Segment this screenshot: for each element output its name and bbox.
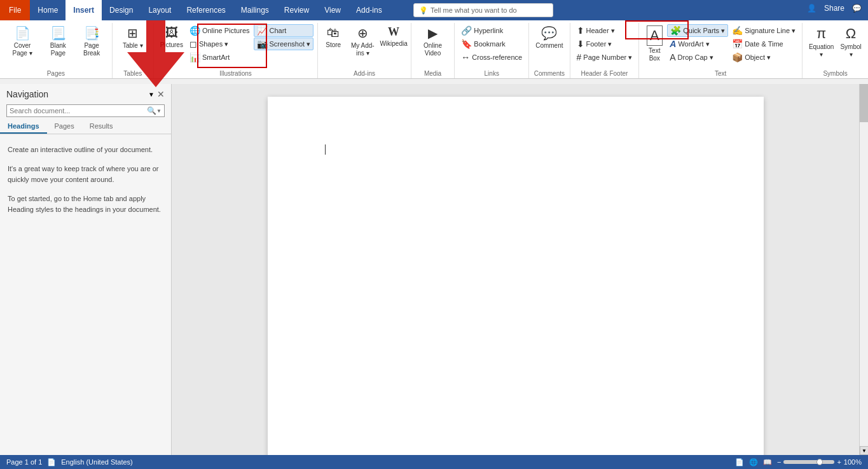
zoom-thumb[interactable] [816,459,823,465]
ribbon-group-symbols: π Equation ▾ Ω Symbol ▾ Symbols [803,23,868,78]
ribbon-group-comments: 💬 Comment Comments [529,23,570,78]
tab-design[interactable]: Design [102,0,141,20]
tab-view[interactable]: View [317,0,348,20]
page-break-button[interactable]: 📑 Page Break [76,24,108,67]
tell-me-bar[interactable]: 💡 Tell me what you want to do [413,3,553,17]
scroll-down-arrow[interactable]: ▼ [860,446,868,455]
wordart-button[interactable]: A WordArt ▾ [667,38,728,50]
quick-parts-button[interactable]: 🧩 Quick Parts ▾ [667,24,728,37]
pictures-icon: 🖼 [165,25,178,40]
header-button[interactable]: ⬆ Header ▾ [574,24,635,37]
tables-items: ⊞ Table ▾ [116,24,149,70]
text-box-button[interactable]: A Text Box [643,24,666,67]
share-label[interactable]: Share [824,4,844,13]
pages-items: 📄 Cover Page ▾ 📃 Blank Page 📑 Page Break [4,24,108,70]
scrollbar-thumb[interactable] [860,84,868,122]
object-button[interactable]: 📦 Object ▾ [729,51,798,64]
tables-label: Tables [116,70,149,78]
symbol-button[interactable]: Ω Symbol ▾ [837,24,864,67]
view-normal-icon[interactable]: 📄 [735,458,744,466]
scrollbar[interactable]: ▲ ▼ [859,84,868,455]
comment-button[interactable]: 💬 Comment [533,24,565,67]
comments-items: 💬 Comment [533,24,565,70]
online-video-button[interactable]: ▶ Online Video [415,24,451,67]
screenshot-button[interactable]: 📷 Screenshot ▾ [254,38,314,50]
tab-addins[interactable]: Add-ins [348,0,390,20]
hyperlink-button[interactable]: 🔗 Hyperlink [458,24,525,37]
wikipedia-button[interactable]: W Wikipedia [380,24,406,67]
signature-line-button[interactable]: ✍ Signature Line ▾ [729,24,798,37]
cover-page-button[interactable]: 📄 Cover Page ▾ [4,24,41,67]
view-web-icon[interactable]: 🌐 [749,458,758,466]
text-box-icon: A [647,25,663,46]
zoom-bar: − + 100% [777,458,862,466]
quick-parts-icon: 🧩 [670,25,681,36]
tab-home[interactable]: Home [30,0,65,20]
tab-file[interactable]: File [0,0,30,20]
chart-button[interactable]: 📈 Chart [254,24,314,37]
tab-layout[interactable]: Layout [141,0,179,20]
drop-cap-button[interactable]: A Drop Cap ▾ [667,51,728,64]
nav-content-p3: To get started, go to the Home tab and a… [8,193,163,216]
nav-tab-results[interactable]: Results [82,120,121,134]
header-footer-col: ⬆ Header ▾ ⬇ Footer ▾ # Page Number ▾ [574,24,635,64]
page-number-button[interactable]: # Page Number ▾ [574,51,635,64]
cross-reference-button[interactable]: ↔ Cross-reference [458,51,525,64]
shapes-button[interactable]: ◻ Shapes ▾ [187,38,252,50]
search-icon[interactable]: 🔍 [147,106,156,115]
pictures-button[interactable]: 🖼 Pictures [158,24,186,67]
nav-tabs: Headings Pages Results [0,120,171,134]
online-pictures-button[interactable]: 🌐 Online Pictures [187,24,252,37]
ribbon: 📄 Cover Page ▾ 📃 Blank Page 📑 Page Break… [0,20,868,79]
nav-tab-headings[interactable]: Headings [0,120,47,134]
nav-search-input[interactable] [10,107,147,115]
blank-page-button[interactable]: 📃 Blank Page [42,24,74,67]
status-bar: Page 1 of 1 📄 English (United States) 📄 … [0,455,868,469]
illustrations-items: 🖼 Pictures 🌐 Online Pictures ◻ Shapes ▾ … [158,24,313,70]
date-time-button[interactable]: 📅 Date & Time [729,38,798,50]
search-dropdown-icon[interactable]: ▼ [156,108,162,114]
zoom-level: 100% [844,458,862,466]
tab-mailings[interactable]: Mailings [233,0,277,20]
bookmark-button[interactable]: 🔖 Bookmark [458,38,525,50]
status-right: 📄 🌐 📖 − + 100% [735,458,862,466]
tab-review[interactable]: Review [277,0,317,20]
header-right: 👤 Share 💬 [807,4,862,13]
smartart-button[interactable]: 📊 SmartArt [187,51,252,64]
zoom-out-button[interactable]: − [777,458,781,466]
tab-insert[interactable]: Insert [65,0,102,20]
nav-search-container[interactable]: 🔍 ▼ [6,104,165,117]
text-col2: ✍ Signature Line ▾ 📅 Date & Time 📦 Objec… [729,24,798,64]
zoom-slider[interactable] [783,460,834,464]
tab-references[interactable]: References [179,0,233,20]
wordart-icon: A [670,39,676,49]
nav-content: Create an interactive outline of your do… [0,134,171,234]
blank-page-icon: 📃 [50,25,66,41]
hyperlink-icon: 🔗 [461,25,472,36]
symbol-icon: Ω [846,25,856,42]
comments-icon[interactable]: 💬 [852,4,862,13]
page-break-icon: 📑 [84,25,100,41]
footer-button[interactable]: ⬇ Footer ▾ [574,38,635,50]
store-button[interactable]: 🛍 Store [322,24,345,67]
table-icon: ⊞ [127,25,138,41]
addins-items: 🛍 Store ⊕ My Add-ins ▾ W Wikipedia [322,24,407,70]
nav-title: Navigation [6,89,48,99]
zoom-in-button[interactable]: + [837,458,841,466]
online-video-icon: ▶ [428,25,437,41]
links-label: Links [458,70,525,78]
equation-button[interactable]: π Equation ▾ [806,24,836,67]
nav-tab-pages[interactable]: Pages [47,120,82,134]
cross-reference-icon: ↔ [461,52,470,62]
my-addins-button[interactable]: ⊕ My Add-ins ▾ [346,24,379,67]
ribbon-group-addins: 🛍 Store ⊕ My Add-ins ▾ W Wikipedia Add-i… [318,23,411,78]
comments-label: Comments [533,70,565,78]
table-button[interactable]: ⊞ Table ▾ [116,24,149,67]
bookmark-icon: 🔖 [461,39,472,49]
nav-dropdown-icon[interactable]: ▼ [148,91,155,98]
document-page[interactable] [268,97,764,455]
chart-icon: 📈 [257,25,268,36]
document-info-icon: 📄 [47,458,56,466]
view-read-icon[interactable]: 📖 [763,458,772,466]
nav-close-icon[interactable]: ✕ [157,89,165,99]
